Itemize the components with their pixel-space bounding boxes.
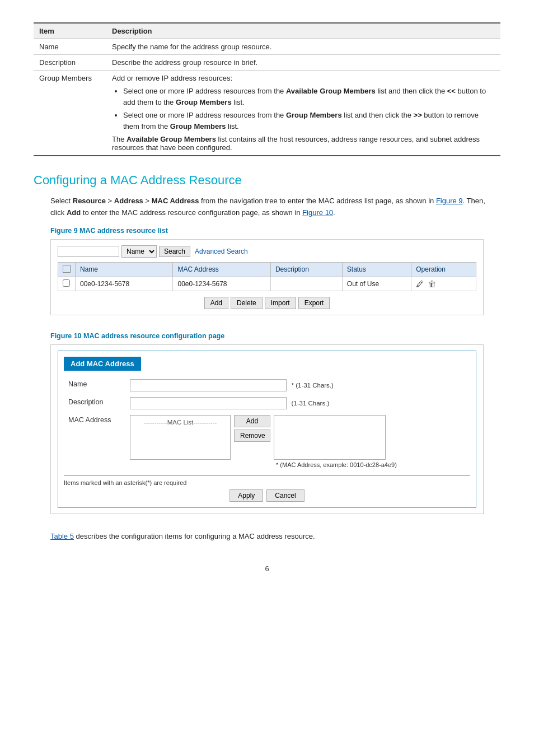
- page-number: 6: [34, 564, 500, 573]
- advanced-search-link[interactable]: Advanced Search: [195, 248, 248, 255]
- footer-paragraph: Table 5 describes the configuration item…: [34, 531, 500, 543]
- row-name: 00e0-1234-5678: [76, 277, 173, 291]
- row-checkbox[interactable]: [58, 277, 76, 291]
- delete-icon[interactable]: 🗑: [428, 279, 436, 288]
- figure10-box: Add MAC Address Name * (1-31 Chars.) Des…: [50, 344, 484, 514]
- footer-text-rest: describes the configuration items for co…: [76, 532, 315, 540]
- mac-list-table: Name MAC Address Description Status Oper…: [58, 262, 476, 291]
- figure9-caption: Figure 9 MAC address resource list: [34, 227, 500, 235]
- search-button[interactable]: Search: [159, 246, 190, 257]
- footer-text: The Available Group Members list contain…: [112, 135, 480, 152]
- desc-name-cell: Specify the name for the address group r…: [106, 39, 500, 55]
- item-name-cell: Name: [34, 39, 106, 55]
- group-members-table: Item Description Name Specify the name f…: [34, 22, 500, 156]
- mac-add-button[interactable]: Add: [234, 415, 270, 427]
- mac-label: MAC Address: [64, 412, 125, 471]
- col-description: Description: [106, 23, 500, 39]
- mac-hint: * (MAC Address, example: 0010-dc28-a4e9): [276, 461, 397, 468]
- name-input[interactable]: [130, 379, 287, 391]
- cancel-button[interactable]: Cancel: [266, 489, 304, 502]
- desc-input-cell: (1-31 Chars.): [125, 394, 470, 412]
- section-title: Configuring a MAC Address Resource: [34, 173, 500, 188]
- form-table: Name * (1-31 Chars.) Description (1-31 C…: [64, 376, 470, 471]
- add-button[interactable]: Add: [204, 297, 228, 309]
- desc-label: Description: [64, 394, 125, 412]
- col-status: Status: [342, 262, 411, 277]
- desc-group-cell: Add or remove IP address resources: Sele…: [106, 71, 500, 156]
- form-name-row: Name * (1-31 Chars.): [64, 376, 470, 394]
- table-row-group-members: Group Members Add or remove IP address r…: [34, 71, 500, 156]
- table5-link[interactable]: Table 5: [50, 532, 74, 540]
- list-item: Select one or more IP address resources …: [123, 86, 495, 108]
- required-note: Items marked with an asterisk(*) are req…: [64, 479, 186, 486]
- search-field-select[interactable]: Name: [121, 245, 157, 258]
- table-row: Description Describe the address group r…: [34, 55, 500, 71]
- name-label: Name: [64, 376, 125, 394]
- mac-list-text: -----------MAC List-----------: [144, 419, 217, 426]
- form-header: Add MAC Address: [64, 357, 141, 371]
- body-paragraph: Select Resource > Address > MAC Address …: [34, 195, 500, 219]
- row-description: [270, 277, 342, 291]
- item-group-cell: Group Members: [34, 71, 106, 156]
- item-description-cell: Description: [34, 55, 106, 71]
- mac-input-area: * (MAC Address, example: 0010-dc28-a4e9): [274, 415, 397, 468]
- figure9-link[interactable]: Figure 9: [436, 197, 463, 205]
- figure9-box: Name Search Advanced Search Name MAC Add…: [50, 239, 484, 315]
- col-mac: MAC Address: [173, 262, 270, 277]
- form-outer-border: Add MAC Address Name * (1-31 Chars.) Des…: [58, 351, 476, 508]
- form-mac-row: MAC Address -----------MAC List---------…: [64, 412, 470, 471]
- list-item: Select one or more IP address resources …: [123, 110, 495, 132]
- form-desc-row: Description (1-31 Chars.): [64, 394, 470, 412]
- desc-description-cell: Describe the address group resource in b…: [106, 55, 500, 71]
- search-bar: Name Search Advanced Search: [58, 245, 476, 258]
- table-actions: Add Delete Import Export: [58, 297, 476, 309]
- row-operation[interactable]: 🖉 🗑: [411, 277, 476, 291]
- col-item: Item: [34, 23, 106, 39]
- desc-input[interactable]: [130, 397, 287, 409]
- table-row: Name Specify the name for the address gr…: [34, 39, 500, 55]
- intro-text: Add or remove IP address resources:: [112, 74, 232, 82]
- import-button[interactable]: Import: [265, 297, 296, 309]
- form-footer: Items marked with an asterisk(*) are req…: [64, 475, 470, 502]
- figure10-link[interactable]: Figure 10: [302, 208, 333, 217]
- col-desc: Description: [270, 262, 342, 277]
- mac-input-cell: -----------MAC List----------- Add Remov…: [125, 412, 470, 471]
- col-operation: Operation: [411, 262, 476, 277]
- mac-remove-button[interactable]: Remove: [234, 430, 270, 442]
- mac-buttons: Add Remove: [234, 415, 270, 442]
- name-input-cell: * (1-31 Chars.): [125, 376, 470, 394]
- edit-icon[interactable]: 🖉: [416, 279, 424, 288]
- col-name: Name: [76, 262, 173, 277]
- name-hint: * (1-31 Chars.): [291, 382, 333, 389]
- row-mac: 00e0-1234-5678: [173, 277, 270, 291]
- figure10-caption: Figure 10 MAC address resource configura…: [34, 332, 500, 340]
- col-checkbox: [58, 262, 76, 277]
- delete-button[interactable]: Delete: [231, 297, 263, 309]
- table-row: 00e0-1234-5678 00e0-1234-5678 Out of Use…: [58, 277, 476, 291]
- mac-row-inner: -----------MAC List----------- Add Remov…: [130, 415, 466, 468]
- desc-hint: (1-31 Chars.): [291, 400, 329, 407]
- form-footer-buttons: Apply Cancel: [64, 489, 470, 502]
- apply-button[interactable]: Apply: [229, 489, 263, 502]
- export-button[interactable]: Export: [298, 297, 330, 309]
- mac-address-input[interactable]: [274, 415, 386, 460]
- row-status: Out of Use: [342, 277, 411, 291]
- search-input[interactable]: [58, 246, 119, 257]
- mac-list-box: -----------MAC List-----------: [130, 415, 231, 460]
